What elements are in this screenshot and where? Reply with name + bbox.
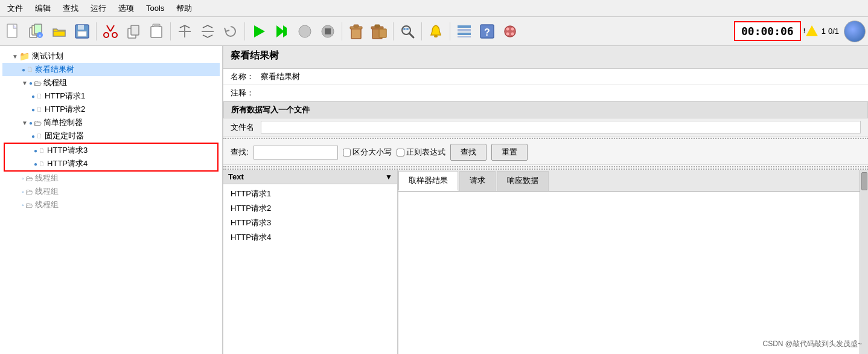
tree-item-thread2[interactable]: ◦ 🗁 线程组 (2, 172, 220, 185)
result-item-0[interactable]: HTTP请求1 (228, 187, 392, 201)
tree-item-timer[interactable]: ● 🗋 固定定时器 (2, 129, 220, 143)
help-button[interactable]: ? (476, 21, 498, 42)
svg-rect-14 (131, 25, 139, 35)
menu-help[interactable]: 帮助 (174, 2, 194, 15)
dot-icon-http3: ● (34, 147, 37, 154)
tree-item-thread3[interactable]: ◦ 🗁 线程组 (2, 185, 220, 198)
tree-item-http3[interactable]: ● 🗋 HTTP请求3 (5, 144, 217, 157)
globe-icon[interactable] (844, 21, 866, 42)
tree-label-http3: HTTP请求3 (47, 145, 88, 156)
rp-title: 察看结果树 (231, 50, 861, 62)
tree-item-thread1[interactable]: ▼ ● 🗁 线程组 (2, 76, 220, 89)
file-icon-http2: 🗋 (36, 106, 43, 113)
tree-label-controller: 简单控制器 (43, 117, 83, 128)
file-icon-view-tree: 🗋 (27, 65, 34, 74)
start-button[interactable] (248, 21, 270, 42)
collapse-button[interactable] (197, 21, 219, 42)
clear-button[interactable] (345, 21, 367, 42)
svg-point-35 (403, 28, 406, 30)
svg-point-45 (505, 26, 515, 37)
file-icon-http1: 🗋 (36, 92, 43, 100)
tree-label-http2: HTTP请求2 (45, 104, 85, 115)
toolbar-separator-2 (170, 22, 171, 40)
paste-button[interactable] (145, 21, 167, 42)
tree-item-http2[interactable]: ● 🗋 HTTP请求2 (2, 103, 220, 116)
menu-run[interactable]: 运行 (88, 2, 109, 15)
menu-find[interactable]: 查找 (60, 2, 81, 15)
new-button[interactable] (2, 21, 24, 42)
toolbar-separator-6 (421, 22, 422, 40)
svg-rect-38 (434, 35, 438, 37)
copy-button[interactable] (123, 21, 144, 42)
start-no-pause-button[interactable] (271, 21, 293, 42)
tree-item-thread4[interactable]: ◦ 🗁 线程组 (2, 198, 220, 211)
checkbox-regex[interactable]: 正则表达式 (397, 147, 445, 158)
stop-button[interactable] (317, 21, 339, 42)
tree-label-timer: 固定定时器 (45, 130, 84, 141)
svg-rect-40 (458, 29, 471, 31)
svg-line-37 (409, 33, 413, 37)
timer-display: 00:00:06 (734, 21, 801, 41)
menu-options[interactable]: 选项 (116, 2, 136, 15)
regex-checkbox[interactable] (397, 149, 404, 156)
toolbar-separator-4 (342, 22, 342, 40)
browse-button[interactable] (397, 21, 418, 42)
svg-rect-8 (78, 31, 86, 36)
bell-button[interactable] (425, 21, 447, 42)
svg-rect-7 (78, 25, 84, 30)
cut-button[interactable] (100, 21, 121, 42)
svg-point-48 (506, 32, 509, 35)
pause-button[interactable] (294, 21, 316, 42)
warning-exclamation: ! (803, 27, 806, 34)
tree-label-thread1: 线程组 (43, 77, 67, 88)
filename-input[interactable] (261, 121, 861, 134)
svg-rect-0 (7, 24, 17, 37)
warning-indicator: ! 1 0/1 (806, 25, 839, 37)
tree-item-http1[interactable]: ● 🗋 HTTP请求1 (2, 89, 220, 103)
tab-request[interactable]: 请求 (459, 171, 496, 191)
tab-response[interactable]: 响应数据 (497, 171, 549, 191)
save-button[interactable] (71, 21, 93, 42)
file-icon-timer: 🗋 (36, 132, 43, 140)
menu-edit[interactable]: 编辑 (33, 2, 53, 15)
section-header: 所有数据写入一个文件 (223, 101, 868, 118)
col-arrow-icon[interactable]: ▼ (385, 173, 392, 181)
scrollbar-thumb[interactable] (861, 172, 867, 190)
tree-item-view-tree[interactable]: ● 🗋 察看结果树 (2, 63, 220, 76)
folder-icon-thread2: 🗁 (25, 174, 33, 183)
tree-item-http4[interactable]: ● 🗋 HTTP请求4 (5, 157, 217, 170)
case-checkbox[interactable] (343, 149, 351, 156)
search-input[interactable] (254, 146, 338, 159)
menu-file[interactable]: 文件 (5, 2, 25, 15)
dot-icon-thread4: ◦ (22, 202, 24, 208)
menu-tools[interactable]: Tools (144, 2, 167, 14)
folder-icon-thread1: 🗁 (34, 79, 42, 88)
right-scrollbar[interactable] (860, 170, 868, 354)
tree-item-controller[interactable]: ▼ ● 🗁 简单控制器 (2, 116, 220, 129)
svg-rect-29 (354, 25, 359, 27)
expand-button[interactable] (174, 21, 196, 42)
find-button[interactable]: 查找 (450, 144, 487, 161)
toolbar-separator-1 (96, 22, 97, 40)
svg-rect-27 (351, 28, 361, 39)
tab-sampler[interactable]: 取样器结果 (398, 171, 458, 191)
regex-label: 正则表达式 (406, 147, 445, 158)
open-button[interactable] (48, 21, 70, 42)
checkbox-case[interactable]: 区分大小写 (343, 147, 392, 158)
svg-text:?: ? (484, 27, 490, 37)
result-item-2[interactable]: HTTP请求3 (228, 216, 392, 230)
result-item-3[interactable]: HTTP请求4 (228, 230, 392, 245)
folder-icon-thread3: 🗁 (25, 187, 33, 196)
svg-point-24 (299, 25, 311, 37)
reset-button[interactable]: 重置 (491, 144, 528, 161)
tree-item-plan[interactable]: ▼ 📁 测试计划 (2, 50, 220, 63)
result-items: HTTP请求1 HTTP请求2 HTTP请求3 HTTP请求4 (223, 184, 397, 354)
clear-all-button[interactable] (368, 21, 390, 42)
svg-rect-17 (154, 24, 159, 27)
rotate-button[interactable] (220, 21, 241, 42)
result-item-1[interactable]: HTTP请求2 (228, 201, 392, 216)
plugin-button[interactable] (499, 21, 521, 42)
left-panel: ▼ 📁 测试计划 ● 🗋 察看结果树 ▼ ● 🗁 线程组 ● 🗋 (0, 46, 223, 354)
list-button[interactable] (453, 21, 475, 42)
templates-button[interactable]: + (25, 21, 47, 42)
